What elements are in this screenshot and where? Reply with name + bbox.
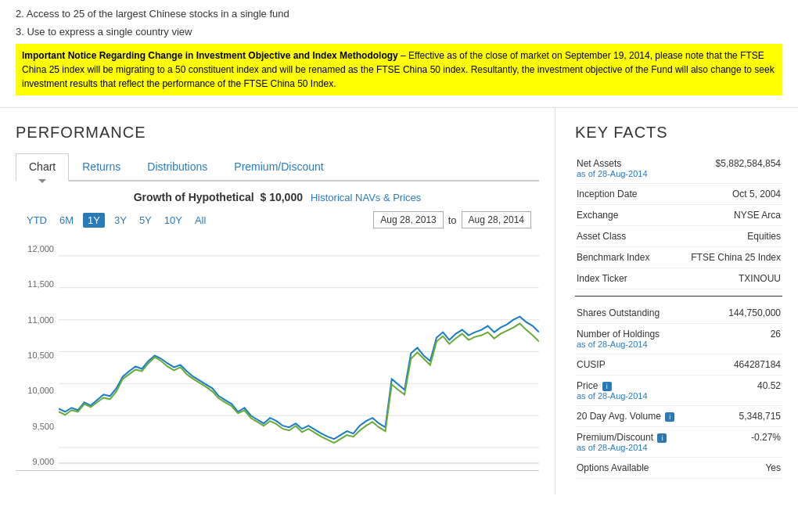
fact-row-index-ticker: Index Ticker TXINOUU [575, 268, 782, 289]
holdings-value: 26 [689, 324, 782, 354]
time-btn-6m[interactable]: 6M [56, 213, 77, 228]
benchmark-value: FTSE China 25 Index [689, 247, 782, 268]
index-ticker-value: TXINOUU [689, 268, 782, 289]
notice-box: Important Notice Regarding Change in Inv… [16, 44, 782, 95]
fact-row-benchmark: Benchmark Index FTSE China 25 Index [575, 247, 782, 268]
benchmark-label: Benchmark Index [575, 247, 689, 268]
price-label: Price i [577, 380, 612, 391]
shares-value: 144,750,000 [689, 303, 782, 324]
performance-title: PERFORMANCE [16, 124, 539, 142]
asset-class-label: Asset Class [575, 226, 689, 247]
time-btn-all[interactable]: All [192, 213, 209, 228]
historical-navs-link[interactable]: Historical NAVs & Prices [311, 192, 421, 203]
price-sub: as of 28-Aug-2014 [577, 391, 688, 401]
fact-row-holdings: Number of Holdings as of 28-Aug-2014 26 [575, 324, 782, 354]
chart-header: Growth of Hypothetical $ 10,000 Historic… [16, 191, 539, 203]
time-btn-ytd[interactable]: YTD [23, 213, 50, 228]
fact-row-volume: 20 Day Avg. Volume i 5,348,715 [575, 406, 782, 427]
item3-text: 3. Use to express a single country view [16, 26, 782, 38]
shares-label: Shares Outstanding [575, 303, 689, 324]
net-assets-value: $5,882,584,854 [689, 153, 782, 184]
fact-row-cusip: CUSIP 464287184 [575, 354, 782, 376]
y-label-11500: 11,500 [16, 279, 59, 289]
key-facts-title: KEY FACTS [575, 124, 782, 142]
y-label-9000: 9,000 [16, 457, 59, 466]
y-label-11000: 11,000 [16, 315, 59, 325]
cusip-value: 464287184 [689, 354, 782, 376]
time-btn-10y[interactable]: 10Y [161, 213, 185, 228]
facts-table-1: Net Assets as of 28-Aug-2014 $5,882,584,… [575, 153, 782, 289]
chart-svg [59, 240, 539, 470]
premium-value: -0.27% [689, 427, 782, 458]
net-assets-label: Net Assets [577, 158, 621, 169]
facts-separator [575, 296, 782, 297]
date-from[interactable]: Aug 28, 2013 [373, 211, 443, 228]
premium-label: Premium/Discount i [577, 432, 667, 443]
date-to[interactable]: Aug 28, 2014 [462, 211, 531, 228]
exchange-label: Exchange [575, 205, 689, 226]
top-section: 2. Access to 25 of the largest Chinese s… [0, 0, 798, 108]
y-label-9500: 9,500 [16, 422, 59, 431]
cusip-label: CUSIP [575, 354, 689, 376]
time-btn-3y[interactable]: 3Y [111, 213, 130, 228]
time-btn-5y[interactable]: 5Y [136, 213, 155, 228]
tab-premium-discount[interactable]: Premium/Discount [221, 153, 336, 180]
y-label-10500: 10,500 [16, 350, 59, 360]
volume-label: 20 Day Avg. Volume i [577, 411, 674, 422]
date-separator: to [448, 214, 457, 226]
holdings-sub: as of 28-Aug-2014 [577, 340, 688, 349]
y-label-10000: 10,000 [16, 386, 59, 395]
fact-row-premium: Premium/Discount i as of 28-Aug-2014 -0.… [575, 427, 782, 458]
premium-sub: as of 28-Aug-2014 [577, 443, 688, 452]
tab-distributions[interactable]: Distributions [134, 153, 221, 180]
main-layout: PERFORMANCE Chart Returns Distributions … [0, 108, 798, 494]
price-info-icon[interactable]: i [602, 382, 612, 391]
asset-class-value: Equities [689, 226, 782, 247]
fact-row-inception: Inception Date Oct 5, 2004 [575, 184, 782, 205]
chart-title: Growth of Hypothetical $ 10,000 [134, 191, 303, 203]
right-panel: KEY FACTS Net Assets as of 28-Aug-2014 $… [555, 108, 798, 494]
fact-row-shares: Shares Outstanding 144,750,000 [575, 303, 782, 324]
volume-info-icon[interactable]: i [665, 412, 674, 422]
notice-bold-text: Important Notice Regarding Change in Inv… [22, 50, 398, 61]
inception-value: Oct 5, 2004 [689, 184, 782, 205]
tab-returns[interactable]: Returns [69, 153, 134, 180]
left-panel: PERFORMANCE Chart Returns Distributions … [0, 108, 555, 494]
premium-info-icon[interactable]: i [657, 433, 667, 443]
performance-tabs: Chart Returns Distributions Premium/Disc… [16, 153, 539, 182]
fact-row-net-assets: Net Assets as of 28-Aug-2014 $5,882,584,… [575, 153, 782, 184]
time-btn-1y[interactable]: 1Y [83, 213, 105, 228]
holdings-label: Number of Holdings [577, 329, 660, 340]
options-label: Options Available [575, 458, 689, 479]
price-value: 40.52 [689, 376, 782, 406]
facts-table-2: Shares Outstanding 144,750,000 Number of… [575, 303, 782, 479]
volume-value: 5,348,715 [689, 406, 782, 427]
exchange-value: NYSE Arca [689, 205, 782, 226]
fact-row-exchange: Exchange NYSE Arca [575, 205, 782, 226]
fact-row-price: Price i as of 28-Aug-2014 40.52 [575, 376, 782, 406]
y-axis: 12,000 11,500 11,000 10,500 10,000 9,500… [16, 240, 59, 470]
net-assets-sub: as of 28-Aug-2014 [577, 169, 688, 178]
fact-row-options: Options Available Yes [575, 458, 782, 479]
options-value: Yes [689, 458, 782, 479]
chart-area: 12,000 11,500 11,000 10,500 10,000 9,500… [16, 240, 539, 471]
date-range: Aug 28, 2013 to Aug 28, 2014 [373, 211, 531, 228]
inception-label: Inception Date [575, 184, 689, 205]
index-ticker-label: Index Ticker [575, 268, 689, 289]
tab-chart[interactable]: Chart [16, 153, 69, 182]
time-range-row: YTD 6M 1Y 3Y 5Y 10Y All Aug 28, 2013 to … [16, 211, 539, 228]
y-label-12000: 12,000 [16, 244, 59, 253]
item2-text: 2. Access to 25 of the largest Chinese s… [16, 8, 782, 20]
fact-row-asset-class: Asset Class Equities [575, 226, 782, 247]
